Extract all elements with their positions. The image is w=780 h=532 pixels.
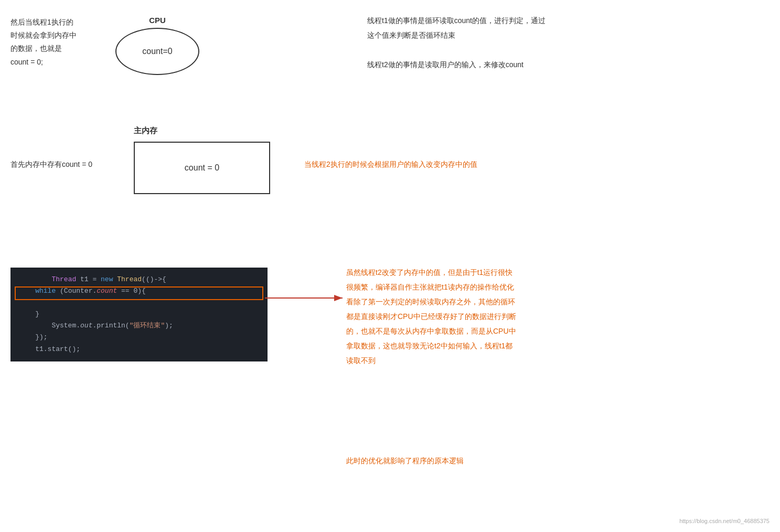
arrow-svg — [265, 288, 349, 308]
right-text-line3: 线程t2做的事情是读取用户的输入，来修改count — [367, 57, 546, 72]
page-container: CPU count=0 然后当线程1执行的 时候就会拿到内存中 的数据，也就是 … — [0, 0, 780, 532]
code-right-line2: 很频繁，编译器自作主张就把t1读内存的操作给优化 — [346, 280, 516, 294]
cpu-label: CPU — [115, 16, 199, 25]
code-line-1: Thread t1 = new Thread(()->{ — [19, 274, 259, 285]
code-right-line4: 都是直接读刚才CPU中已经缓存好了的数据进行判断 — [346, 309, 516, 324]
cpu-left-text: 然后当线程1执行的 时候就会拿到内存中 的数据，也就是 count = 0; — [10, 16, 77, 69]
code-right-line3: 看除了第一次判定的时候读取内存之外，其他的循环 — [346, 294, 516, 309]
cpu-ellipse: count=0 — [115, 28, 199, 75]
memory-label: 主内存 — [134, 126, 157, 136]
right-explanation-top: 线程t1做的事情是循环读取count的值，进行判定，通过 这个值来判断是否循环结… — [367, 13, 546, 72]
right-text-line1: 线程t1做的事情是循环读取count的值，进行判定，通过 — [367, 13, 546, 28]
memory-left-text: 首先内存中存有count = 0 — [10, 160, 92, 169]
cpu-diagram-area: CPU count=0 — [115, 16, 199, 75]
code-line-4: } — [19, 308, 259, 320]
code-line-2: while (Counter.count == 0){ — [19, 285, 259, 297]
code-right-line5: 的，也就不是每次从内存中拿取数据，而是从CPU中 — [346, 324, 516, 338]
code-line-7: t1.start(); — [19, 344, 259, 355]
bottom-note: 此时的优化就影响了程序的原本逻辑 — [346, 456, 464, 466]
memory-content: count = 0 — [185, 163, 219, 173]
code-right-line7: 读取不到 — [346, 353, 516, 368]
watermark: https://blog.csdn.net/m0_46885375 — [679, 518, 770, 524]
code-block: Thread t1 = new Thread(()->{ while (Coun… — [10, 268, 268, 361]
code-right-explanation: 虽然线程t2改变了内存中的值，但是由于t1运行很快 很频繁，编译器自作主张就把t… — [346, 265, 516, 368]
cpu-content: count=0 — [142, 47, 172, 56]
code-line-6: }); — [19, 332, 259, 343]
right-text-line2: 这个值来判断是否循环结束 — [367, 28, 546, 42]
code-section: Thread t1 = new Thread(()->{ while (Coun… — [10, 268, 268, 361]
memory-right-text: 当线程2执行的时候会根据用户的输入改变内存中的值 — [304, 160, 477, 169]
memory-box-container: count = 0 — [134, 142, 270, 194]
code-right-line1: 虽然线程t2改变了内存中的值，但是由于t1运行很快 — [346, 265, 516, 280]
code-right-line6: 拿取数据，这也就导致无论t2中如何输入，线程t1都 — [346, 338, 516, 353]
code-line-3 — [19, 297, 259, 308]
memory-box: count = 0 — [134, 142, 270, 194]
code-line-5: System.out.println("循环结束"); — [19, 320, 259, 332]
